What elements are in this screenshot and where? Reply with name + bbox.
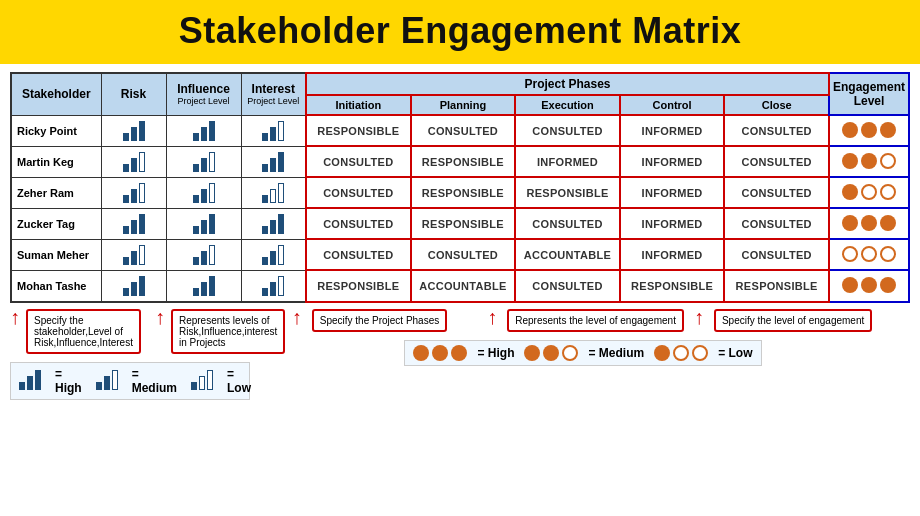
table-row: Zeher Ram CONSULTEDRESPONSIBLERESPONSIBL… bbox=[11, 177, 909, 208]
cell-risk bbox=[101, 177, 166, 208]
bar-legend: = High = Medium bbox=[10, 362, 250, 400]
cell-phase-3: INFORMED bbox=[620, 177, 725, 208]
left-annotations: ↑ Specify the stakeholder,Level of Risk,… bbox=[10, 307, 250, 400]
bar-icon-low bbox=[191, 368, 213, 390]
circle-high-2 bbox=[432, 345, 448, 361]
engagement-header: Engagement Level bbox=[829, 73, 909, 115]
cell-influence bbox=[166, 177, 241, 208]
table-row: Suman Meher CONSULTEDCONSULTEDACCOUNTABL… bbox=[11, 239, 909, 270]
table-row: Zucker Tag CONSULTEDRESPONSIBLECONSULTED… bbox=[11, 208, 909, 239]
table-row: Mohan Tashe RESPONSIBLEACCOUNTABLECONSUL… bbox=[11, 270, 909, 302]
circle-low-1 bbox=[654, 345, 670, 361]
project-phases-header: Project Phases bbox=[306, 73, 829, 95]
circle-legend: = High = Medium = Low bbox=[404, 340, 761, 366]
stakeholder-header: Stakeholder bbox=[11, 73, 101, 115]
arrow-up-3: ↑ bbox=[292, 307, 302, 327]
cell-phase-1: CONSULTED bbox=[411, 239, 516, 270]
cell-phase-0: CONSULTED bbox=[306, 208, 411, 239]
cell-influence bbox=[166, 146, 241, 177]
cell-risk bbox=[101, 146, 166, 177]
cell-engagement bbox=[829, 208, 909, 239]
circle-medium-2 bbox=[543, 345, 559, 361]
circle-high-group bbox=[413, 345, 467, 361]
phase-header-planning: Planning bbox=[411, 95, 516, 115]
cell-interest bbox=[241, 115, 306, 146]
cell-phase-0: CONSULTED bbox=[306, 177, 411, 208]
influence-header: Influence Project Level bbox=[166, 73, 241, 115]
annotation-box-2: Represents levels of Risk,Influence,inte… bbox=[171, 309, 285, 354]
circle-medium-group bbox=[524, 345, 578, 361]
cell-risk bbox=[101, 239, 166, 270]
arrow-up-4: ↑ bbox=[487, 307, 497, 327]
cell-phase-4: CONSULTED bbox=[724, 146, 829, 177]
cell-influence bbox=[166, 239, 241, 270]
cell-interest bbox=[241, 239, 306, 270]
risk-header: Risk bbox=[101, 73, 166, 115]
phase-header-initiation: Initiation bbox=[306, 95, 411, 115]
arrow-up-1: ↑ bbox=[10, 307, 20, 327]
cell-influence bbox=[166, 208, 241, 239]
cell-phase-3: INFORMED bbox=[620, 239, 725, 270]
cell-phase-1: RESPONSIBLE bbox=[411, 208, 516, 239]
cell-influence bbox=[166, 270, 241, 302]
right-annotations: ↑ Specify the Project Phases ↑ Represent… bbox=[256, 307, 910, 366]
cell-phase-2: CONSULTED bbox=[515, 270, 620, 302]
cell-phase-4: CONSULTED bbox=[724, 208, 829, 239]
cell-phase-3: INFORMED bbox=[620, 208, 725, 239]
cell-phase-3: INFORMED bbox=[620, 146, 725, 177]
cell-phase-2: INFORMED bbox=[515, 146, 620, 177]
cell-name: Suman Meher bbox=[11, 239, 101, 270]
main-content: Stakeholder Risk Influence Project Level… bbox=[0, 64, 920, 406]
cell-engagement bbox=[829, 239, 909, 270]
cell-engagement bbox=[829, 146, 909, 177]
cell-interest bbox=[241, 208, 306, 239]
cell-influence bbox=[166, 115, 241, 146]
cell-phase-4: CONSULTED bbox=[724, 177, 829, 208]
cell-phase-0: RESPONSIBLE bbox=[306, 270, 411, 302]
cell-phase-2: CONSULTED bbox=[515, 208, 620, 239]
cell-engagement bbox=[829, 177, 909, 208]
cell-interest bbox=[241, 177, 306, 208]
cell-engagement bbox=[829, 270, 909, 302]
circle-medium-1 bbox=[524, 345, 540, 361]
cell-interest bbox=[241, 146, 306, 177]
cell-risk bbox=[101, 115, 166, 146]
cell-name: Ricky Point bbox=[11, 115, 101, 146]
interest-header: Interest Project Level bbox=[241, 73, 306, 115]
table-row: Martin Keg CONSULTEDRESPONSIBLEINFORMEDI… bbox=[11, 146, 909, 177]
cell-phase-1: CONSULTED bbox=[411, 115, 516, 146]
bar-icon-medium bbox=[96, 368, 118, 390]
circle-high-1 bbox=[413, 345, 429, 361]
circle-low-2 bbox=[673, 345, 689, 361]
cell-phase-0: RESPONSIBLE bbox=[306, 115, 411, 146]
cell-phase-2: RESPONSIBLE bbox=[515, 177, 620, 208]
cell-phase-1: ACCOUNTABLE bbox=[411, 270, 516, 302]
cell-name: Mohan Tashe bbox=[11, 270, 101, 302]
cell-phase-2: CONSULTED bbox=[515, 115, 620, 146]
bar-high bbox=[19, 368, 41, 393]
circle-high-3 bbox=[451, 345, 467, 361]
cell-phase-2: ACCOUNTABLE bbox=[515, 239, 620, 270]
phase-header-control: Control bbox=[620, 95, 725, 115]
annotation-box-4: Represents the level of engagement bbox=[507, 309, 684, 332]
cell-interest bbox=[241, 270, 306, 302]
cell-phase-3: INFORMED bbox=[620, 115, 725, 146]
cell-phase-1: RESPONSIBLE bbox=[411, 177, 516, 208]
circle-low-3 bbox=[692, 345, 708, 361]
arrow-up-2: ↑ bbox=[155, 307, 165, 327]
bar-low bbox=[191, 368, 213, 393]
bar-medium bbox=[96, 368, 118, 393]
phase-header-close: Close bbox=[724, 95, 829, 115]
cell-phase-4: CONSULTED bbox=[724, 239, 829, 270]
page-wrapper: Stakeholder Engagement Matrix Stakeholde… bbox=[0, 0, 920, 406]
cell-engagement bbox=[829, 115, 909, 146]
cell-risk bbox=[101, 270, 166, 302]
cell-phase-1: RESPONSIBLE bbox=[411, 146, 516, 177]
annotation-box-1: Specify the stakeholder,Level of Risk,In… bbox=[26, 309, 141, 354]
matrix-table: Stakeholder Risk Influence Project Level… bbox=[10, 72, 910, 303]
annotation-box-5: Specify the level of engagement bbox=[714, 309, 872, 332]
page-title: Stakeholder Engagement Matrix bbox=[0, 0, 920, 64]
bar-icon-high bbox=[19, 368, 41, 390]
circle-low-group bbox=[654, 345, 708, 361]
table-row: Ricky Point RESPONSIBLECONSULTEDCONSULTE… bbox=[11, 115, 909, 146]
